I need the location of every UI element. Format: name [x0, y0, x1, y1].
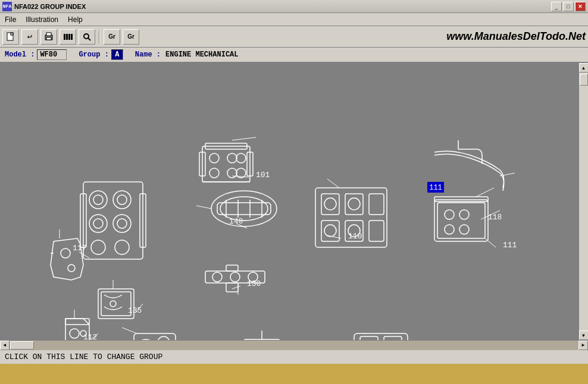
label-118: 118: [488, 213, 502, 222]
svg-rect-5: [64, 34, 65, 40]
name-label: Name :: [133, 51, 163, 59]
label-130: 130: [247, 279, 261, 288]
toolbar-btn-bars[interactable]: [60, 29, 76, 45]
scrollbar-right: ▲ ▼: [578, 63, 588, 340]
title-text: NFA022 GROUP INDEX: [14, 3, 86, 10]
scrollbar-bottom: ◄ ►: [0, 340, 588, 350]
info-bar: Model : WF80 Group : A Name : ENGINE MEC…: [0, 48, 588, 63]
menu-help[interactable]: Help: [65, 14, 85, 25]
menu-bar: File Illustration Help: [0, 13, 588, 26]
maximize-button[interactable]: □: [563, 2, 574, 11]
svg-line-10: [88, 38, 90, 40]
minimize-button[interactable]: _: [551, 2, 562, 11]
svg-point-9: [84, 34, 89, 39]
status-bar[interactable]: CLICK ON THIS LINE TO CHANGE GROUP: [0, 350, 588, 364]
title-bar-left: NFA NFA022 GROUP INDEX: [2, 2, 86, 11]
svg-rect-1: [11, 33, 13, 35]
scroll-track-h: [10, 341, 578, 350]
name-value: ENGINE MECHANICAL: [163, 51, 240, 59]
toolbar-btn-gr-prev[interactable]: Gr: [104, 29, 120, 45]
label-140: 140: [229, 217, 243, 226]
close-button[interactable]: ✕: [575, 2, 586, 11]
model-value: WF80: [37, 49, 67, 60]
title-controls: _ □ ✕: [551, 2, 586, 11]
group-value: A: [111, 49, 123, 60]
menu-illustration[interactable]: Illustration: [23, 14, 61, 25]
toolbar-btn-back[interactable]: ↩: [21, 29, 38, 45]
label-111b: 111: [503, 241, 517, 250]
toolbar-btn-search[interactable]: [79, 29, 95, 45]
group-label: Group :: [76, 51, 111, 59]
svg-rect-4: [46, 37, 51, 40]
main-content: 111: [0, 63, 588, 340]
scroll-right-button[interactable]: ►: [578, 341, 588, 350]
label-112: 112: [83, 333, 97, 340]
toolbar-btn-gr-next[interactable]: Gr: [123, 29, 139, 45]
label-110: 110: [348, 232, 362, 241]
app-icon: NFA: [2, 2, 12, 11]
model-label: Model :: [2, 51, 37, 59]
svg-rect-11: [0, 63, 578, 340]
label-117: 117: [73, 244, 86, 253]
scroll-thumb-h[interactable]: [10, 341, 34, 350]
menu-file[interactable]: File: [2, 14, 18, 25]
toolbar-separator-1: [99, 30, 100, 43]
scroll-left-button[interactable]: ◄: [0, 341, 10, 350]
status-text: CLICK ON THIS LINE TO CHANGE GROUP: [5, 352, 162, 361]
svg-rect-7: [68, 34, 70, 40]
scroll-thumb-v[interactable]: [580, 74, 588, 86]
svg-rect-6: [66, 34, 68, 40]
diagram-area[interactable]: 111: [0, 63, 578, 340]
svg-rect-8: [71, 34, 73, 40]
scroll-down-button[interactable]: ▼: [579, 331, 589, 340]
website-label: www.ManualesDelTodo.Net: [446, 30, 586, 43]
toolbar-btn-new[interactable]: [2, 29, 19, 45]
label-101: 101: [256, 171, 270, 180]
engine-diagram: 111: [0, 63, 578, 340]
toolbar-btn-print[interactable]: [40, 29, 57, 45]
svg-text:111: 111: [429, 184, 442, 192]
title-bar: NFA NFA022 GROUP INDEX _ □ ✕: [0, 0, 588, 13]
scroll-up-button[interactable]: ▲: [579, 63, 589, 73]
svg-rect-3: [46, 33, 51, 36]
toolbar: ↩ Gr Gr www.ManualesDelTodo.Net: [0, 26, 588, 48]
